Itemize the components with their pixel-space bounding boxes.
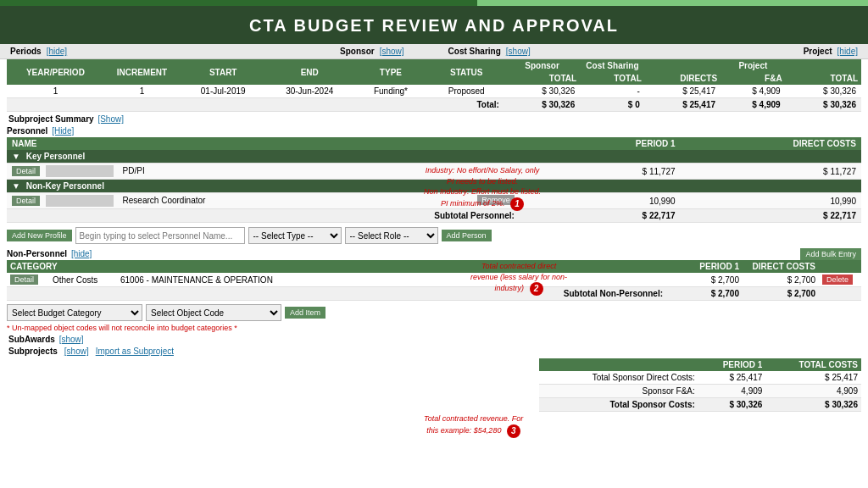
col-cost-sharing-header: Cost Sharing	[580, 59, 645, 72]
np-delete-cell: Delete	[819, 273, 861, 287]
col-sponsor-total: TOTAL	[504, 72, 580, 85]
non-personnel-header-row: Non-Personnel [hide] Add Bulk Entry	[7, 248, 861, 260]
bt-direct-label: Total Sponsor Direct Costs:	[539, 371, 698, 385]
np-col-category: CATEGORY	[7, 260, 117, 273]
col-project-total: TOTAL	[786, 72, 861, 85]
col-increment: INCREMENT	[104, 59, 180, 85]
periods-label: Periods	[10, 47, 42, 56]
cell-increment: 1	[104, 85, 180, 98]
bt-col-total: TOTAL COSTS	[765, 358, 861, 371]
subprojects-show-link[interactable]: [show]	[64, 347, 89, 356]
totals-fa: $ 4,909	[721, 98, 786, 112]
add-item-button[interactable]: Add Item	[285, 307, 326, 319]
personnel-hide-link[interactable]: [Hide]	[52, 126, 74, 136]
cell-fa: $ 4,909	[721, 85, 786, 98]
annotation-2: Total contracted direct revenue (less sa…	[470, 261, 567, 296]
bt-total-period1: $ 30,326	[698, 398, 766, 412]
col-sponsor-header: Sponsor	[504, 59, 580, 72]
cell-project-total: $ 30,326	[786, 85, 861, 98]
subawards-show-link[interactable]: [show]	[59, 335, 84, 344]
periods-data-row: 1 1 01-Jul-2019 30-Jun-2024 Funding* Pro…	[7, 85, 861, 98]
non-personnel-row: Detail Other Costs 61006 - MAINTENANCE &…	[7, 273, 861, 287]
import-subproject-link[interactable]: Import as Subproject	[96, 347, 174, 356]
subproject-summary-header: Subproject Summary [Show]	[0, 112, 868, 126]
col-project-header: Project	[645, 59, 861, 72]
col-start: START	[180, 59, 266, 85]
subprojects-header: Subprojects [show] Import as Subproject	[0, 346, 868, 357]
select-object-code[interactable]: Select Object Code	[146, 304, 281, 321]
subawards-header: SubAwards [show]	[0, 333, 868, 346]
np-add-row: Select Budget Category Select Object Cod…	[7, 302, 861, 323]
bottom-totals-section: PERIOD 1 TOTAL COSTS Total Sponsor Direc…	[0, 357, 868, 413]
annotation-1-circle: 1	[510, 197, 524, 211]
col-type: TYPE	[353, 59, 428, 85]
select-budget-category[interactable]: Select Budget Category	[7, 304, 142, 321]
np-detail-cell: Detail	[7, 273, 49, 287]
detail-button-key[interactable]: Detail	[12, 166, 40, 176]
np-subtotal-label: Subtotal Non-Personnel:	[7, 287, 666, 301]
add-new-profile-button[interactable]: Add New Profile	[7, 230, 72, 241]
non-personnel-hide-link[interactable]: [hide]	[71, 249, 92, 258]
bt-total-label: Total Sponsor Costs:	[539, 398, 698, 412]
bt-fa-total: 4,909	[765, 385, 861, 398]
detail-button-nonkey[interactable]: Detail	[12, 196, 40, 206]
np-direct-cell: $ 2,700	[743, 273, 819, 287]
personnel-name-input[interactable]	[75, 227, 245, 244]
annotation-2-text: Total contracted direct revenue (less sa…	[470, 262, 567, 293]
col-cs-total: TOTAL	[580, 72, 645, 85]
subawards-label: SubAwards	[8, 335, 55, 344]
totals-sponsor: $ 30,326	[504, 98, 580, 112]
bt-fa-period1: 4,909	[698, 385, 766, 398]
project-hide-link[interactable]: [hide]	[837, 47, 858, 56]
totals-project: $ 30,326	[786, 98, 861, 112]
np-code-cell: 61006 - MAINTENANCE & OPERATION	[117, 273, 666, 287]
personnel-subtotal-row: Subtotal Personnel: $ 22,717 $ 22,717	[7, 209, 861, 223]
non-personnel-subtotal-row: Subtotal Non-Personnel: $ 2,700 $ 2,700	[7, 287, 861, 301]
totals-label: Total:	[7, 98, 504, 112]
np-delete-button[interactable]: Delete	[822, 274, 853, 285]
periods-bar: Periods [hide] Sponsor [show] Cost Shari…	[0, 44, 868, 59]
cell-end: 30-Jun-2024	[266, 85, 353, 98]
personnel-key-role: PD/PI	[123, 166, 145, 175]
annotation-3-circle: 3	[507, 424, 520, 438]
add-person-button[interactable]: Add Person	[442, 230, 492, 241]
select-role-dropdown[interactable]: -- Select Role --	[345, 227, 438, 244]
periods-hide-link[interactable]: [hide]	[47, 47, 67, 56]
bt-fa-label: Sponsor F&A:	[539, 385, 698, 398]
col-status: STATUS	[429, 59, 504, 85]
np-col-code	[117, 260, 666, 273]
np-detail-button[interactable]: Detail	[10, 274, 38, 285]
sponsor-label: Sponsor	[340, 47, 375, 56]
non-key-personnel-toggle[interactable]: ▼	[12, 181, 20, 191]
bt-total-total: $ 30,326	[765, 398, 861, 412]
subproject-show-link[interactable]: [Show]	[97, 114, 124, 124]
select-type-dropdown[interactable]: -- Select Type --	[248, 227, 342, 244]
np-period1-cell: $ 2,700	[666, 273, 743, 287]
cell-sponsor-total: $ 30,326	[504, 85, 580, 98]
col-fa: F&A	[721, 72, 786, 85]
np-subtotal-period1: $ 2,700	[666, 287, 743, 301]
cost-sharing-show-link[interactable]: [show]	[506, 47, 531, 56]
non-personnel-header-label: Non-Personnel [hide]	[7, 249, 92, 258]
np-col-direct: DIRECT COSTS	[743, 260, 819, 273]
bt-col-period1: PERIOD 1	[698, 358, 766, 371]
np-subtotal-direct: $ 2,700	[743, 287, 819, 301]
add-profile-row: Add New Profile -- Select Type -- -- Sel…	[7, 225, 861, 247]
periods-totals-row: Total: $ 30,326 $ 0 $ 25,417 $ 4,909 $ 3…	[7, 98, 861, 112]
bt-row-total: Total Sponsor Costs: $ 30,326 $ 30,326	[539, 398, 861, 412]
annotation-3: Total contracted revenue. For this examp…	[424, 413, 523, 438]
annotation-1: Industry: No effort/No Salary, only PI n…	[424, 165, 541, 211]
bt-col-label	[539, 358, 698, 371]
cell-directs: $ 25,417	[645, 85, 721, 98]
personnel-col-name: NAME	[7, 137, 520, 150]
personnel-col-direct: DIRECT COSTS	[681, 137, 861, 150]
cell-status: Proposed	[429, 85, 504, 98]
personnel-nonkey-period1: 10,990	[520, 193, 681, 209]
sponsor-show-link[interactable]: [show]	[380, 47, 404, 56]
non-personnel-table: CATEGORY PERIOD 1 DIRECT COSTS Detail Ot…	[7, 260, 861, 301]
header-section: CTA BUDGET REVIEW AND APPROVAL	[0, 6, 868, 44]
annotation-2-circle: 2	[530, 282, 543, 296]
cell-year-period: 1	[7, 85, 104, 98]
bulk-entry-button[interactable]: Add Bulk Entry	[800, 248, 861, 260]
key-personnel-toggle[interactable]: ▼	[12, 152, 20, 161]
